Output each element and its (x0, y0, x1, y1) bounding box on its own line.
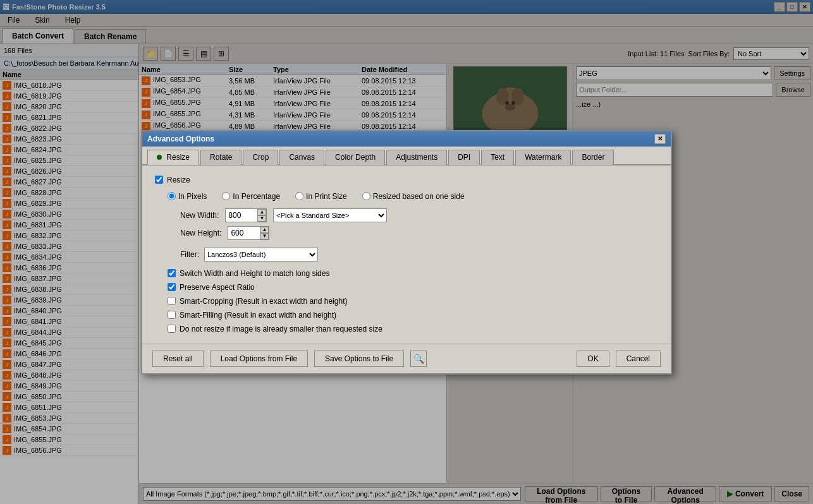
smart-fill-checkbox[interactable] (168, 311, 176, 319)
advanced-options-dialog: Advanced Options ✕ Resize Rotate Crop Ca… (141, 130, 672, 375)
standard-size-select[interactable]: <Pick a Standard Size> 640x480 800x600 1… (273, 208, 387, 222)
save-options-dialog-button[interactable]: Save Options to File (314, 351, 404, 367)
resize-enable-row: Resize (155, 176, 658, 184)
switch-wh-row: Switch Width and Height to match long si… (168, 269, 658, 278)
switch-wh-label: Switch Width and Height to match long si… (180, 269, 329, 278)
smart-crop-row: Smart-Cropping (Result in exact width an… (168, 297, 658, 306)
tab-canvas[interactable]: Canvas (279, 150, 324, 165)
dialog-close-button[interactable]: ✕ (654, 134, 666, 144)
filter-row: Filter: Lanczos3 (Default) Bilinear Bicu… (155, 248, 658, 261)
size-inputs: New Width: ▲ ▼ <Pick a Standard Size> (155, 208, 658, 240)
cancel-button[interactable]: Cancel (616, 351, 661, 367)
width-up-button[interactable]: ▲ (257, 209, 266, 215)
tab-color-depth[interactable]: Color Depth (326, 150, 385, 165)
resize-enable-checkbox[interactable] (155, 176, 163, 184)
height-spinners: ▲ ▼ (260, 227, 269, 239)
smart-fill-label: Smart-Filling (Result in exact width and… (180, 311, 336, 320)
dialog-body: Resize In Pixels In Percentage (142, 165, 671, 344)
tab-text[interactable]: Text (481, 150, 514, 165)
radio-pixels[interactable]: In Pixels (168, 192, 207, 201)
tab-crop[interactable]: Crop (243, 150, 278, 165)
smart-crop-label: Smart-Cropping (Result in exact width an… (180, 297, 347, 306)
height-input-wrap: ▲ ▼ (228, 226, 269, 240)
width-input-wrap: ▲ ▼ (225, 208, 267, 222)
height-up-button[interactable]: ▲ (260, 227, 269, 233)
switch-wh-checkbox[interactable] (168, 269, 176, 277)
search-icon-button[interactable]: 🔍 (410, 351, 427, 367)
smart-fill-row: Smart-Filling (Result in exact width and… (168, 311, 658, 320)
resize-enable-label: Resize (167, 176, 190, 184)
no-enlarge-checkbox[interactable] (168, 325, 176, 333)
no-enlarge-row: Do not resize if image is already smalle… (168, 325, 658, 333)
no-enlarge-label: Do not resize if image is already smalle… (180, 325, 382, 333)
dialog-title: Advanced Options (147, 135, 214, 143)
preserve-ar-row: Preserve Aspect Ratio (168, 283, 658, 292)
radio-one-side[interactable]: Resized based on one side (362, 192, 465, 201)
resize-section: Resize In Pixels In Percentage (155, 176, 658, 333)
tab-adjustments[interactable]: Adjustments (386, 150, 447, 165)
tab-dpi[interactable]: DPI (448, 150, 480, 165)
tab-rotate[interactable]: Rotate (200, 150, 241, 165)
app-window: 🖼 FastStone Photo Resizer 3.5 _ □ ✕ File… (0, 0, 813, 504)
tab-active-indicator (157, 155, 162, 160)
new-width-input[interactable] (226, 209, 257, 222)
radio-print-size[interactable]: In Print Size (295, 192, 347, 201)
tab-border[interactable]: Border (572, 150, 614, 165)
load-options-dialog-button[interactable]: Load Options from File (210, 351, 308, 367)
dialog-titlebar: Advanced Options ✕ (142, 131, 671, 147)
preserve-ar-checkbox[interactable] (168, 283, 176, 291)
width-spinners: ▲ ▼ (257, 209, 266, 222)
resize-options: Switch Width and Height to match long si… (155, 269, 658, 333)
tab-watermark[interactable]: Watermark (515, 150, 571, 165)
new-height-input[interactable] (228, 227, 260, 239)
filter-label: Filter: (180, 250, 199, 259)
resize-mode-group: In Pixels In Percentage In Print Size (155, 192, 658, 201)
new-height-label: New Height: (180, 229, 221, 237)
height-down-button[interactable]: ▼ (260, 233, 269, 239)
reset-all-button[interactable]: Reset all (152, 351, 204, 367)
ok-button[interactable]: OK (577, 351, 609, 367)
tab-resize[interactable]: Resize (147, 150, 199, 165)
smart-crop-checkbox[interactable] (168, 297, 176, 305)
preserve-ar-label: Preserve Aspect Ratio (180, 283, 255, 292)
width-down-button[interactable]: ▼ (257, 215, 266, 222)
filter-select[interactable]: Lanczos3 (Default) Bilinear Bicubic Box (204, 248, 318, 261)
radio-percentage[interactable]: In Percentage (222, 192, 280, 201)
dialog-footer: Reset all Load Options from File Save Op… (142, 344, 671, 373)
dialog-tabs: Resize Rotate Crop Canvas Color Depth Ad… (142, 147, 671, 165)
modal-overlay: Advanced Options ✕ Resize Rotate Crop Ca… (0, 0, 813, 504)
new-width-label: New Width: (180, 211, 219, 220)
